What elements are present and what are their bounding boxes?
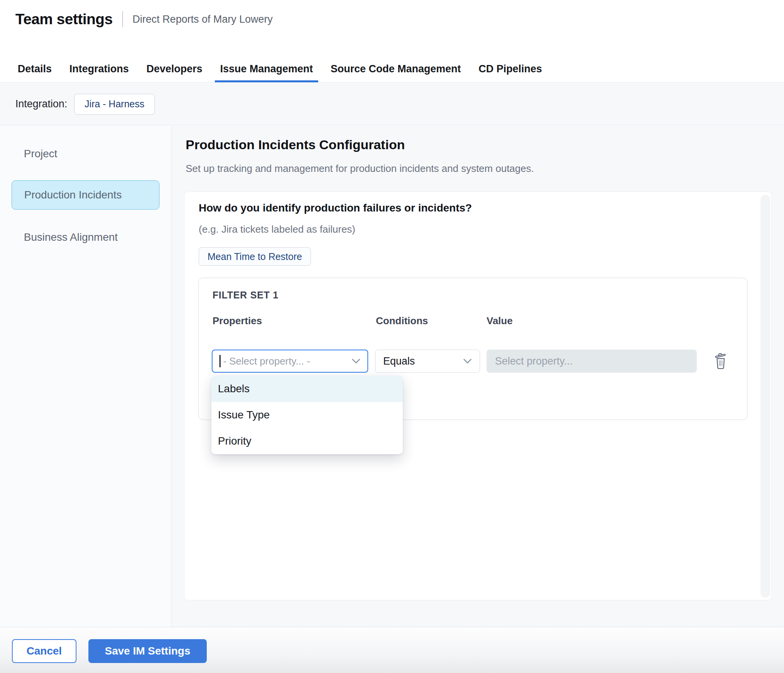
sidebar: ProjectProduction IncidentsBusiness Alig… [0,126,172,627]
card-scrollbar-track[interactable] [761,195,770,598]
sidebar-item-business-alignment[interactable]: Business Alignment [12,227,159,248]
column-header-value: Value [487,315,513,327]
question-hint: (e.g. Jira tickets labeled as failures) [199,223,355,235]
page-header: Team settings Direct Reports of Mary Low… [0,0,784,83]
integration-row: Integration: Jira - Harness [0,83,784,125]
tab-integrations[interactable]: Integrations [64,58,135,82]
dropdown-option-labels[interactable]: Labels [211,376,403,402]
delete-filter-button[interactable] [711,351,730,371]
text-caret [219,355,221,367]
sidebar-item-production-incidents[interactable]: Production Incidents [12,180,159,210]
tab-issue-management[interactable]: Issue Management [215,58,319,82]
sidebar-item-project[interactable]: Project [12,143,159,165]
property-dropdown: LabelsIssue TypePriority [211,376,403,454]
value-input-placeholder: Select property... [495,355,573,367]
title-row: Team settings Direct Reports of Mary Low… [15,11,272,28]
condition-select[interactable]: Equals [375,350,480,373]
property-select[interactable]: - Select property... - [212,350,368,373]
save-button[interactable]: Save IM Settings [88,639,207,663]
page-title: Team settings [15,11,113,28]
chevron-down-icon [352,358,360,364]
integration-badge[interactable]: Jira - Harness [74,94,155,115]
column-header-conditions: Conditions [376,315,428,327]
chevron-down-icon [463,358,472,364]
tab-details[interactable]: Details [12,58,57,82]
footer: Cancel Save IM Settings [0,627,784,673]
condition-select-value: Equals [383,355,415,367]
page-subtitle: Direct Reports of Mary Lowery [122,11,273,27]
section-heading: Production Incidents Configuration [186,137,405,152]
question-text: How do you identify production failures … [199,202,472,214]
tab-cd-pipelines[interactable]: CD Pipelines [473,58,547,82]
tab-bar: DetailsIntegrationsDevelopersIssue Manag… [12,58,547,82]
metric-chip-mean-time-to-restore[interactable]: Mean Time to Restore [199,247,311,266]
dropdown-option-issue-type[interactable]: Issue Type [211,402,403,428]
section-description: Set up tracking and management for produ… [186,163,534,175]
property-select-placeholder: - Select property... - [223,355,352,367]
value-input[interactable]: Select property... [487,350,697,373]
tab-source-code-management[interactable]: Source Code Management [325,58,466,82]
column-header-properties: Properties [213,315,262,327]
filter-set-title: FILTER SET 1 [213,290,279,301]
content-area: ProjectProduction IncidentsBusiness Alig… [0,126,784,627]
tab-developers[interactable]: Developers [141,58,208,82]
cancel-button[interactable]: Cancel [12,639,76,663]
dropdown-option-priority[interactable]: Priority [211,428,403,454]
integration-label: Integration: [15,98,67,110]
trash-icon [713,352,728,370]
config-card: How do you identify production failures … [184,192,772,600]
main-content: Production Incidents Configuration Set u… [172,126,784,627]
